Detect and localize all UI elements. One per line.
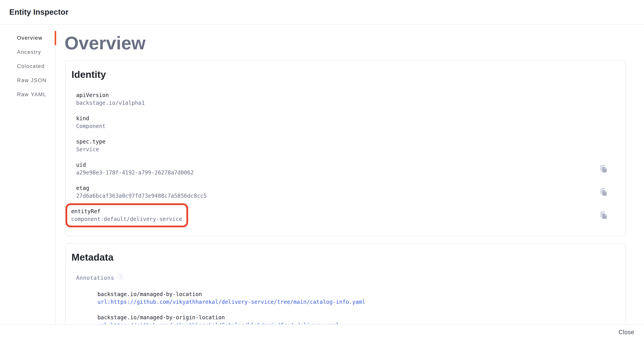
help-icon[interactable]: ?: [117, 274, 123, 280]
copy-entityref-button[interactable]: [599, 211, 608, 220]
dialog-header: Entity Inspector: [0, 0, 644, 24]
field-spec-type: spec.type Service: [76, 138, 608, 153]
dialog-footer: Close: [0, 324, 644, 340]
sidebar-item-colocated[interactable]: Colocated: [0, 59, 56, 73]
field-value: Component: [76, 122, 608, 130]
annotation-key: backstage.io/managed-by-location: [98, 291, 608, 298]
annotations-label-row: Annotations ?: [76, 274, 608, 282]
annotation-entry: backstage.io/managed-by-location url:htt…: [98, 291, 608, 306]
field-label: uid: [76, 161, 194, 169]
field-row-entityref: entityRef component:default/delivery-ser…: [71, 208, 608, 223]
close-button[interactable]: Close: [617, 327, 636, 338]
annotation-entry: backstage.io/managed-by-origin-location …: [98, 314, 608, 324]
sidebar-item-label: Overview: [17, 35, 42, 41]
sidebar-item-overview[interactable]: Overview: [0, 31, 56, 45]
field-kind: kind Component: [76, 115, 608, 130]
metadata-heading: Metadata: [72, 252, 608, 263]
field-entityref: entityRef component:default/delivery-ser…: [71, 208, 182, 223]
field-value: 27d6a6bcaf363a0c97fd73e9488c7a5856dc8cc5: [76, 192, 207, 200]
field-label: kind: [76, 115, 608, 122]
active-tab-indicator: [55, 31, 56, 45]
field-etag: etag 27d6a6bcaf363a0c97fd73e9488c7a5856d…: [76, 184, 207, 200]
annotation-key: backstage.io/managed-by-origin-location: [98, 314, 608, 322]
field-value: backstage.io/v1alpha1: [76, 99, 608, 107]
field-label: spec.type: [76, 138, 608, 146]
sidebar-item-raw-json[interactable]: Raw JSON: [0, 73, 56, 87]
metadata-card: Metadata Annotations ? backstage.io/mana…: [65, 243, 626, 324]
sidebar-item-label: Colocated: [17, 63, 45, 69]
copy-icon: [600, 188, 608, 196]
identity-heading: Identity: [72, 69, 608, 80]
dialog-body: Overview Ancestry Colocated Raw JSON Raw…: [0, 24, 644, 324]
annotations-label: Annotations: [76, 274, 114, 282]
page-title: Overview: [64, 33, 626, 53]
copy-etag-button[interactable]: [599, 187, 608, 197]
entity-inspector-dialog: Entity Inspector Overview Ancestry Coloc…: [0, 0, 644, 340]
sidebar-item-label: Raw JSON: [17, 77, 47, 83]
field-value: component:default/delivery-service: [71, 215, 182, 223]
annotation-value-link[interactable]: url:https://github.com/vikyathharekal/Ca…: [98, 322, 339, 324]
field-label: apiVersion: [76, 91, 608, 99]
inspector-content: Overview Identity apiVersion backstage.i…: [56, 24, 644, 324]
inspector-sidebar: Overview Ancestry Colocated Raw JSON Raw…: [0, 24, 56, 324]
field-uid: uid a29e98e3-178f-4192-a799-26278a7d0062: [76, 161, 194, 177]
entity-ref-highlight: entityRef component:default/delivery-ser…: [66, 203, 188, 227]
field-row-etag: etag 27d6a6bcaf363a0c97fd73e9488c7a5856d…: [71, 184, 608, 200]
field-label: etag: [76, 184, 207, 192]
copy-uid-button[interactable]: [599, 164, 608, 173]
field-value: Service: [76, 146, 608, 153]
identity-card: Identity apiVersion backstage.io/v1alpha…: [65, 60, 626, 236]
field-value: a29e98e3-178f-4192-a799-26278a7d0062: [76, 169, 194, 177]
sidebar-item-raw-yaml[interactable]: Raw YAML: [0, 87, 56, 102]
sidebar-item-ancestry[interactable]: Ancestry: [0, 45, 56, 59]
annotation-value-link[interactable]: url:https://github.com/vikyathharekal/de…: [98, 298, 365, 306]
copy-icon: [600, 165, 608, 173]
sidebar-item-label: Ancestry: [17, 49, 41, 55]
dialog-title: Entity Inspector: [9, 8, 68, 16]
copy-icon: [600, 211, 608, 220]
field-label: entityRef: [71, 208, 182, 215]
sidebar-item-label: Raw YAML: [17, 92, 46, 98]
annotation-list: backstage.io/managed-by-location url:htt…: [98, 291, 608, 324]
field-apiversion: apiVersion backstage.io/v1alpha1: [76, 91, 608, 107]
field-row-uid: uid a29e98e3-178f-4192-a799-26278a7d0062: [71, 161, 608, 177]
